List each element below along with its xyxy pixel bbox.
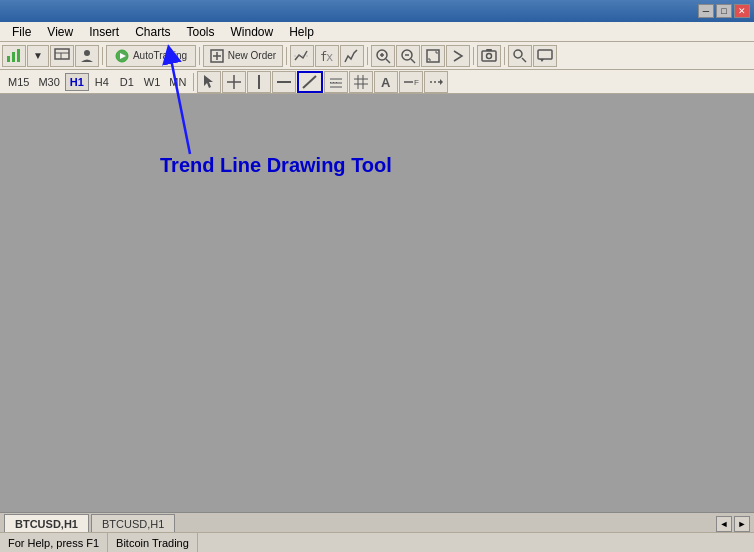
tf-h1[interactable]: H1 xyxy=(65,73,89,91)
neworder-label: New Order xyxy=(228,50,276,61)
separator4 xyxy=(367,47,368,65)
scroll-right-button[interactable] xyxy=(446,45,470,67)
svg-point-24 xyxy=(487,53,492,58)
chart-container[interactable]: Trend Line Drawing Tool xyxy=(0,94,754,512)
price-level-tool[interactable]: F xyxy=(399,71,423,93)
more-tools[interactable] xyxy=(424,71,448,93)
tab-btcusd-h1-2[interactable]: BTCUSD,H1 xyxy=(91,514,175,532)
trendline-tool[interactable] xyxy=(297,71,323,93)
svg-rect-2 xyxy=(17,49,20,62)
status-market: Bitcoin Trading xyxy=(108,533,198,552)
cursor-tool[interactable] xyxy=(197,71,221,93)
maximize-button[interactable]: □ xyxy=(716,4,732,18)
search-button[interactable] xyxy=(508,45,532,67)
toolbar2: M15 M30 H1 H4 D1 W1 MN ⋯ A xyxy=(0,70,754,94)
toolbar1: ▼ AutoTrading New Order fx xyxy=(0,42,754,70)
separator2 xyxy=(199,47,200,65)
status-bar: For Help, press F1 Bitcoin Trading xyxy=(0,532,754,552)
main-content: File View Insert Charts Tools Window Hel… xyxy=(0,22,754,552)
annotation: Trend Line Drawing Tool xyxy=(160,154,392,177)
svg-text:F: F xyxy=(414,78,419,87)
svg-line-16 xyxy=(386,59,390,63)
text-tool[interactable]: A xyxy=(374,71,398,93)
separator5 xyxy=(473,47,474,65)
horizontal-line-tool[interactable] xyxy=(272,71,296,93)
chart-dropdown[interactable]: ▼ xyxy=(27,45,49,67)
close-button[interactable]: ✕ xyxy=(734,4,750,18)
autotrading-button[interactable]: AutoTrading xyxy=(106,45,196,67)
svg-text:A: A xyxy=(381,75,391,90)
menu-bar: File View Insert Charts Tools Window Hel… xyxy=(0,22,754,42)
grid-tool[interactable] xyxy=(349,71,373,93)
status-help: For Help, press F1 xyxy=(0,533,108,552)
status-market-text: Bitcoin Trading xyxy=(116,537,189,549)
zoom-in-button[interactable] xyxy=(371,45,395,67)
menu-help[interactable]: Help xyxy=(281,23,322,41)
tab-scroll-right[interactable]: ► xyxy=(734,516,750,532)
neworder-button[interactable]: New Order xyxy=(203,45,283,67)
svg-rect-0 xyxy=(7,56,10,62)
status-help-text: For Help, press F1 xyxy=(8,537,99,549)
svg-marker-48 xyxy=(440,79,443,85)
vertical-line-tool[interactable] xyxy=(247,71,271,93)
tf-d1[interactable]: D1 xyxy=(115,73,139,91)
annotation-text: Trend Line Drawing Tool xyxy=(160,154,392,176)
autotrading-label: AutoTrading xyxy=(133,50,187,61)
zoom-out-button[interactable] xyxy=(396,45,420,67)
profiles-button[interactable] xyxy=(75,45,99,67)
tf-m30[interactable]: M30 xyxy=(34,73,63,91)
menu-insert[interactable]: Insert xyxy=(81,23,127,41)
comment-button[interactable] xyxy=(533,45,557,67)
svg-marker-30 xyxy=(204,75,213,88)
tab-scroll-controls: ◄ ► xyxy=(716,516,750,532)
menu-charts[interactable]: Charts xyxy=(127,23,178,41)
svg-point-6 xyxy=(84,50,90,56)
svg-rect-3 xyxy=(55,49,69,59)
separator7 xyxy=(193,73,194,91)
svg-marker-29 xyxy=(540,59,544,62)
menu-window[interactable]: Window xyxy=(223,23,282,41)
menu-file[interactable]: File xyxy=(4,23,39,41)
svg-rect-23 xyxy=(482,51,496,61)
svg-line-27 xyxy=(522,58,526,62)
separator6 xyxy=(504,47,505,65)
tf-m15[interactable]: M15 xyxy=(4,73,33,91)
title-bar: ─ □ ✕ xyxy=(0,0,754,22)
title-bar-controls: ─ □ ✕ xyxy=(698,4,750,18)
minimize-button[interactable]: ─ xyxy=(698,4,714,18)
svg-rect-1 xyxy=(12,52,15,62)
menu-view[interactable]: View xyxy=(39,23,81,41)
templates-button[interactable] xyxy=(50,45,74,67)
fibonacci-tool[interactable]: ⋯ xyxy=(324,71,348,93)
svg-point-26 xyxy=(514,50,522,58)
svg-rect-28 xyxy=(538,50,552,59)
svg-line-20 xyxy=(411,59,415,63)
tab-scroll-left[interactable]: ◄ xyxy=(716,516,732,532)
chart-button2[interactable] xyxy=(340,45,364,67)
tf-h4[interactable]: H4 xyxy=(90,73,114,91)
indicators-button[interactable] xyxy=(290,45,314,67)
tf-w1[interactable]: W1 xyxy=(140,73,165,91)
svg-text:x: x xyxy=(326,50,333,64)
crosshair-tool[interactable] xyxy=(222,71,246,93)
tab-bar: BTCUSD,H1 BTCUSD,H1 ◄ ► xyxy=(0,512,754,532)
separator3 xyxy=(286,47,287,65)
new-chart-button[interactable] xyxy=(2,45,26,67)
experts-button[interactable]: fx xyxy=(315,45,339,67)
tab-btcusd-h1-1[interactable]: BTCUSD,H1 xyxy=(4,514,89,532)
screenshot-button[interactable] xyxy=(477,45,501,67)
separator1 xyxy=(102,47,103,65)
tf-mn[interactable]: MN xyxy=(165,73,190,91)
svg-line-35 xyxy=(303,76,316,88)
svg-rect-25 xyxy=(486,49,492,51)
chart-fit-button[interactable] xyxy=(421,45,445,67)
menu-tools[interactable]: Tools xyxy=(179,23,223,41)
